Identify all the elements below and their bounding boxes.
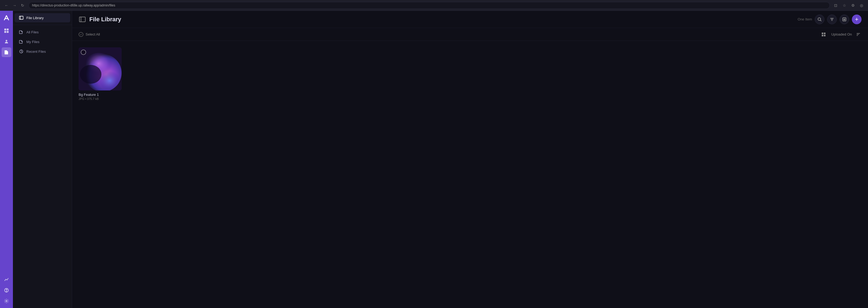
all-files-icon	[19, 30, 24, 34]
icon-rail	[0, 11, 13, 308]
svg-rect-10	[80, 17, 85, 22]
my-files-icon	[19, 39, 24, 44]
toolbar: Select All Uploaded On	[72, 28, 868, 41]
back-button[interactable]: ←	[3, 2, 10, 9]
recent-files-icon	[19, 49, 24, 54]
settings-icon[interactable]: ⚙	[850, 2, 856, 9]
svg-rect-1	[7, 29, 9, 30]
sidebar-item-all-files-label: All Files	[26, 30, 39, 34]
address-bar[interactable]: https://directus-production-d68e.up.rail…	[29, 2, 830, 9]
file-library-icon	[19, 15, 24, 20]
sidebar-item-file-library[interactable]: File Library	[14, 13, 70, 22]
svg-rect-16	[822, 33, 823, 34]
sidebar-item-recent-files[interactable]: Recent Files	[14, 47, 70, 56]
translate-icon[interactable]: ⊡	[833, 2, 839, 9]
bookmark-icon[interactable]: ☆	[841, 2, 847, 9]
svg-rect-2	[4, 31, 6, 33]
svg-point-7	[6, 301, 7, 302]
svg-rect-3	[7, 31, 9, 33]
rail-help-button[interactable]	[2, 285, 11, 295]
page-header-icon	[79, 16, 86, 23]
svg-rect-0	[4, 29, 6, 30]
svg-rect-17	[824, 33, 826, 34]
select-all-button[interactable]: Select All	[79, 32, 100, 37]
import-button[interactable]	[839, 15, 849, 24]
svg-point-4	[6, 40, 7, 41]
app-container: File Library All Files My Files	[0, 11, 868, 308]
sidebar-item-my-files-label: My Files	[26, 40, 39, 44]
file-select-circle[interactable]	[81, 50, 86, 55]
file-card[interactable]: Bg Feature 1 JPG • 375.7 kB	[79, 47, 122, 101]
rail-content-button[interactable]	[2, 26, 11, 35]
sidebar-item-my-files[interactable]: My Files	[14, 37, 70, 46]
svg-point-27	[80, 65, 101, 84]
file-thumbnail	[79, 47, 122, 90]
rail-users-button[interactable]	[2, 37, 11, 46]
browser-actions: ⊡ ☆ ⚙ ◎	[833, 2, 865, 9]
sidebar-item-recent-files-label: Recent Files	[26, 50, 46, 54]
svg-rect-8	[19, 16, 23, 19]
file-meta: JPG • 375.7 kB	[79, 97, 122, 101]
refresh-button[interactable]: ↻	[19, 2, 26, 9]
sidebar-item-file-library-label: File Library	[26, 16, 43, 20]
sidebar: File Library All Files My Files	[13, 11, 72, 308]
page-title: File Library	[89, 16, 795, 23]
sidebar-divider	[13, 25, 72, 25]
svg-point-6	[6, 291, 7, 292]
header-actions: One Item	[798, 15, 862, 24]
file-grid: Bg Feature 1 JPG • 375.7 kB	[79, 47, 862, 101]
sort-options-button[interactable]	[855, 31, 862, 38]
profile-icon[interactable]: ◎	[858, 2, 865, 9]
file-name: Bg Feature 1	[79, 93, 122, 97]
svg-rect-18	[822, 35, 823, 36]
sort-label: Uploaded On	[831, 32, 852, 36]
app-logo	[2, 13, 11, 23]
rail-analytics-button[interactable]	[2, 275, 11, 284]
select-all-checkbox	[79, 32, 84, 37]
item-count: One Item	[798, 17, 812, 21]
browser-nav-buttons: ← → ↻	[3, 2, 26, 9]
add-file-button[interactable]: +	[852, 15, 862, 24]
grid-view-button[interactable]	[819, 30, 828, 39]
page-header: File Library One Item	[72, 11, 868, 28]
content-area: Bg Feature 1 JPG • 375.7 kB	[72, 41, 868, 308]
rail-files-button[interactable]	[2, 47, 11, 57]
search-button[interactable]	[815, 15, 825, 24]
browser-chrome: ← → ↻ https://directus-production-d68e.u…	[0, 0, 868, 11]
svg-rect-19	[824, 35, 826, 36]
rail-settings-button[interactable]	[2, 296, 11, 306]
forward-button[interactable]: →	[11, 2, 18, 9]
filter-button[interactable]	[827, 15, 837, 24]
sidebar-item-all-files[interactable]: All Files	[14, 27, 70, 37]
main-content: File Library One Item	[72, 11, 868, 308]
